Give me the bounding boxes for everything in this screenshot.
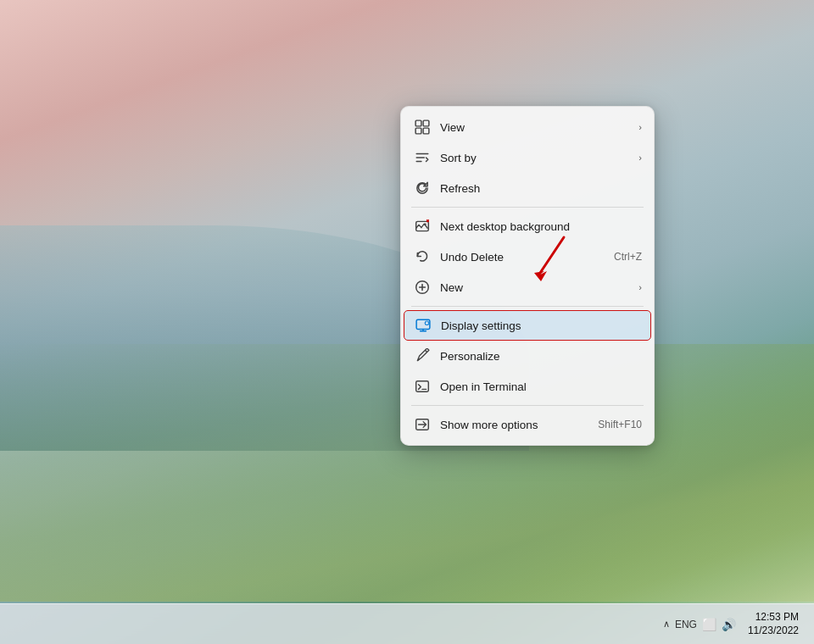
personalize-icon	[413, 347, 432, 365]
personalize-label: Personalize	[440, 350, 642, 363]
svg-rect-9	[416, 381, 429, 391]
menu-item-personalize[interactable]: Personalize	[401, 341, 654, 371]
divider-1	[411, 207, 644, 208]
menu-item-view[interactable]: View ›	[401, 112, 654, 142]
new-arrow: ›	[638, 282, 642, 292]
taskbar-monitor-icon: ⬜	[702, 618, 716, 631]
grid-icon	[413, 118, 432, 136]
menu-item-undo[interactable]: Undo Delete Ctrl+Z	[401, 242, 654, 272]
display-settings-label: Display settings	[441, 319, 641, 332]
context-menu: View › Sort by › Refresh	[400, 106, 655, 446]
menu-item-more-options[interactable]: Show more options Shift+F10	[401, 409, 654, 440]
more-options-shortcut: Shift+F10	[598, 419, 642, 430]
undo-icon	[413, 247, 432, 266]
terminal-label: Open in Terminal	[440, 380, 642, 393]
refresh-icon	[413, 179, 432, 197]
menu-item-refresh[interactable]: Refresh	[401, 173, 654, 203]
svg-rect-3	[423, 128, 429, 134]
display-icon	[414, 316, 432, 335]
taskbar-clock[interactable]: 12:53 PM 11/23/2022	[743, 609, 804, 639]
taskbar-tray: ∧ ENG ⬜ 🔊	[656, 614, 743, 635]
svg-point-5	[424, 223, 427, 225]
sort-label: Sort by	[440, 152, 635, 164]
taskbar-volume-icon[interactable]: 🔊	[722, 618, 736, 631]
desktop: View › Sort by › Refresh	[0, 0, 814, 644]
sort-icon	[413, 148, 432, 167]
menu-item-terminal[interactable]: Open in Terminal	[401, 371, 654, 402]
undo-shortcut: Ctrl+Z	[614, 251, 642, 263]
refresh-label: Refresh	[440, 182, 642, 195]
terminal-icon	[413, 377, 432, 396]
more-icon	[413, 415, 432, 434]
svg-rect-1	[423, 120, 429, 126]
taskbar-language[interactable]: ENG	[675, 619, 697, 630]
view-arrow: ›	[638, 122, 642, 132]
tray-chevron[interactable]: ∧	[663, 619, 670, 630]
sort-arrow: ›	[638, 153, 642, 163]
taskbar: ∧ ENG ⬜ 🔊 12:53 PM 11/23/2022	[0, 603, 814, 644]
new-icon	[413, 278, 432, 297]
view-label: View	[440, 121, 635, 134]
undo-label: Undo Delete	[440, 251, 607, 264]
taskbar-date: 11/23/2022	[748, 625, 799, 638]
menu-item-sort[interactable]: Sort by ›	[401, 142, 654, 173]
divider-2	[411, 306, 644, 307]
menu-item-next-bg[interactable]: Next desktop background	[401, 211, 654, 242]
divider-3	[411, 405, 644, 406]
taskbar-time: 12:53 PM	[755, 611, 799, 625]
more-options-label: Show more options	[440, 419, 591, 431]
wallpaper-icon	[413, 217, 432, 236]
svg-rect-0	[415, 120, 421, 126]
menu-item-new[interactable]: New ›	[401, 272, 654, 303]
next-bg-label: Next desktop background	[440, 220, 642, 233]
menu-item-display-settings[interactable]: Display settings	[404, 310, 651, 341]
svg-rect-2	[415, 128, 421, 134]
new-label: New	[440, 281, 635, 294]
